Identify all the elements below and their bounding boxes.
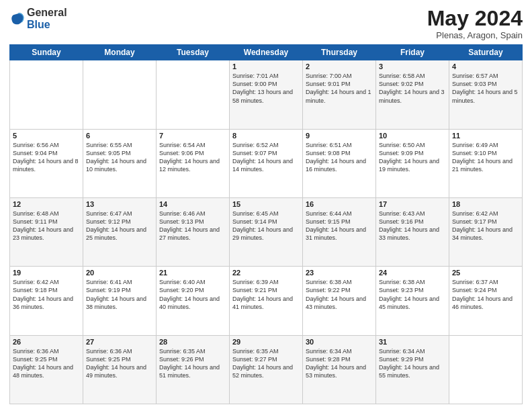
calendar-week-row: 5Sunrise: 6:56 AM Sunset: 9:04 PM Daylig…	[10, 129, 523, 197]
calendar-week-row: 19Sunrise: 6:42 AM Sunset: 9:18 PM Dayli…	[10, 267, 523, 335]
calendar-cell	[83, 60, 157, 129]
calendar-cell: 30Sunrise: 6:34 AM Sunset: 9:28 PM Dayli…	[303, 335, 376, 404]
calendar-cell: 27Sunrise: 6:36 AM Sunset: 9:25 PM Dayli…	[83, 335, 157, 404]
calendar-cell: 19Sunrise: 6:42 AM Sunset: 9:18 PM Dayli…	[10, 267, 83, 335]
calendar-cell: 20Sunrise: 6:41 AM Sunset: 9:19 PM Dayli…	[83, 267, 157, 335]
day-info: Sunrise: 6:43 AM Sunset: 9:16 PM Dayligh…	[379, 210, 446, 242]
calendar-table: SundayMondayTuesdayWednesdayThursdayFrid…	[9, 44, 523, 404]
day-number: 12	[13, 200, 80, 208]
day-number: 16	[306, 200, 373, 208]
weekday-header-saturday: Saturday	[449, 45, 523, 60]
day-info: Sunrise: 6:36 AM Sunset: 9:25 PM Dayligh…	[86, 347, 153, 380]
logo-blue: Blue	[27, 19, 50, 30]
calendar-cell: 21Sunrise: 6:40 AM Sunset: 9:20 PM Dayli…	[157, 267, 230, 335]
logo-text: General Blue	[27, 7, 67, 30]
location-subtitle: Plenas, Aragon, Spain	[427, 30, 523, 40]
day-number: 2	[306, 62, 373, 71]
day-number: 28	[159, 338, 226, 346]
calendar-cell: 29Sunrise: 6:35 AM Sunset: 9:27 PM Dayli…	[230, 335, 303, 404]
day-number: 30	[306, 338, 373, 346]
day-number: 8	[232, 132, 300, 140]
calendar-cell: 22Sunrise: 6:39 AM Sunset: 9:21 PM Dayli…	[230, 267, 303, 335]
calendar-cell: 12Sunrise: 6:48 AM Sunset: 9:11 PM Dayli…	[10, 197, 83, 266]
day-info: Sunrise: 6:51 AM Sunset: 9:08 PM Dayligh…	[306, 141, 373, 174]
day-number: 22	[232, 269, 300, 277]
day-info: Sunrise: 6:50 AM Sunset: 9:09 PM Dayligh…	[379, 141, 446, 174]
day-number: 23	[306, 269, 373, 277]
calendar-cell: 1Sunrise: 7:01 AM Sunset: 9:00 PM Daylig…	[230, 60, 303, 129]
day-number: 25	[452, 269, 519, 277]
day-number: 11	[452, 132, 519, 140]
logo: General Blue	[9, 7, 67, 30]
day-number: 14	[159, 200, 226, 208]
day-number: 21	[159, 269, 226, 277]
day-info: Sunrise: 6:58 AM Sunset: 9:02 PM Dayligh…	[379, 72, 446, 105]
day-info: Sunrise: 6:49 AM Sunset: 9:10 PM Dayligh…	[452, 141, 519, 174]
calendar-cell: 28Sunrise: 6:35 AM Sunset: 9:26 PM Dayli…	[157, 335, 230, 404]
day-info: Sunrise: 6:55 AM Sunset: 9:05 PM Dayligh…	[86, 141, 153, 174]
calendar-cell	[449, 335, 523, 404]
day-info: Sunrise: 6:37 AM Sunset: 9:24 PM Dayligh…	[452, 278, 519, 311]
day-info: Sunrise: 6:44 AM Sunset: 9:15 PM Dayligh…	[306, 210, 373, 242]
calendar-cell: 31Sunrise: 6:34 AM Sunset: 9:29 PM Dayli…	[376, 335, 449, 404]
day-number: 5	[13, 132, 80, 140]
day-info: Sunrise: 6:47 AM Sunset: 9:12 PM Dayligh…	[86, 210, 153, 242]
calendar-cell: 10Sunrise: 6:50 AM Sunset: 9:09 PM Dayli…	[376, 129, 449, 197]
day-number: 6	[86, 132, 153, 140]
calendar-cell	[10, 60, 83, 129]
weekday-header-friday: Friday	[376, 45, 449, 60]
day-info: Sunrise: 7:00 AM Sunset: 9:01 PM Dayligh…	[306, 72, 373, 105]
header: General Blue May 2024 Plenas, Aragon, Sp…	[9, 7, 523, 40]
logo-general: General	[27, 7, 67, 18]
calendar-cell: 11Sunrise: 6:49 AM Sunset: 9:10 PM Dayli…	[449, 129, 523, 197]
day-info: Sunrise: 6:45 AM Sunset: 9:14 PM Dayligh…	[232, 210, 300, 242]
logo-icon	[9, 11, 24, 26]
day-info: Sunrise: 6:42 AM Sunset: 9:18 PM Dayligh…	[13, 278, 80, 311]
calendar-cell	[157, 60, 230, 129]
calendar-cell: 17Sunrise: 6:43 AM Sunset: 9:16 PM Dayli…	[376, 197, 449, 266]
day-info: Sunrise: 6:34 AM Sunset: 9:29 PM Dayligh…	[379, 347, 446, 380]
calendar-week-row: 26Sunrise: 6:36 AM Sunset: 9:25 PM Dayli…	[10, 335, 523, 404]
day-info: Sunrise: 6:52 AM Sunset: 9:07 PM Dayligh…	[232, 141, 300, 174]
day-number: 15	[232, 200, 300, 208]
page: General Blue May 2024 Plenas, Aragon, Sp…	[0, 0, 532, 411]
day-info: Sunrise: 6:38 AM Sunset: 9:23 PM Dayligh…	[379, 278, 446, 311]
day-info: Sunrise: 6:35 AM Sunset: 9:26 PM Dayligh…	[159, 347, 226, 380]
day-number: 9	[306, 132, 373, 140]
day-number: 3	[379, 62, 446, 71]
calendar-cell: 13Sunrise: 6:47 AM Sunset: 9:12 PM Dayli…	[83, 197, 157, 266]
day-number: 20	[86, 269, 153, 277]
weekday-header-tuesday: Tuesday	[157, 45, 230, 60]
calendar-cell: 7Sunrise: 6:54 AM Sunset: 9:06 PM Daylig…	[157, 129, 230, 197]
calendar-cell: 4Sunrise: 6:57 AM Sunset: 9:03 PM Daylig…	[449, 60, 523, 129]
day-number: 27	[86, 338, 153, 346]
day-info: Sunrise: 6:41 AM Sunset: 9:19 PM Dayligh…	[86, 278, 153, 311]
day-number: 1	[232, 62, 300, 71]
calendar-cell: 5Sunrise: 6:56 AM Sunset: 9:04 PM Daylig…	[10, 129, 83, 197]
day-info: Sunrise: 6:42 AM Sunset: 9:17 PM Dayligh…	[452, 210, 519, 242]
day-number: 13	[86, 200, 153, 208]
day-number: 24	[379, 269, 446, 277]
day-number: 10	[379, 132, 446, 140]
day-info: Sunrise: 6:34 AM Sunset: 9:28 PM Dayligh…	[306, 347, 373, 380]
day-number: 26	[13, 338, 80, 346]
calendar-week-row: 1Sunrise: 7:01 AM Sunset: 9:00 PM Daylig…	[10, 60, 523, 129]
calendar-cell: 24Sunrise: 6:38 AM Sunset: 9:23 PM Dayli…	[376, 267, 449, 335]
calendar-cell: 14Sunrise: 6:46 AM Sunset: 9:13 PM Dayli…	[157, 197, 230, 266]
month-title: May 2024	[427, 7, 523, 30]
title-block: May 2024 Plenas, Aragon, Spain	[427, 7, 523, 40]
weekday-header-sunday: Sunday	[10, 45, 83, 60]
day-info: Sunrise: 6:56 AM Sunset: 9:04 PM Dayligh…	[13, 141, 80, 174]
day-number: 19	[13, 269, 80, 277]
day-info: Sunrise: 6:35 AM Sunset: 9:27 PM Dayligh…	[232, 347, 300, 380]
calendar-cell: 26Sunrise: 6:36 AM Sunset: 9:25 PM Dayli…	[10, 335, 83, 404]
calendar-cell: 18Sunrise: 6:42 AM Sunset: 9:17 PM Dayli…	[449, 197, 523, 266]
calendar-cell: 9Sunrise: 6:51 AM Sunset: 9:08 PM Daylig…	[303, 129, 376, 197]
calendar-cell: 3Sunrise: 6:58 AM Sunset: 9:02 PM Daylig…	[376, 60, 449, 129]
day-info: Sunrise: 6:40 AM Sunset: 9:20 PM Dayligh…	[159, 278, 226, 311]
day-info: Sunrise: 6:36 AM Sunset: 9:25 PM Dayligh…	[13, 347, 80, 380]
calendar-cell: 8Sunrise: 6:52 AM Sunset: 9:07 PM Daylig…	[230, 129, 303, 197]
calendar-cell: 16Sunrise: 6:44 AM Sunset: 9:15 PM Dayli…	[303, 197, 376, 266]
day-number: 17	[379, 200, 446, 208]
day-number: 4	[452, 62, 519, 71]
